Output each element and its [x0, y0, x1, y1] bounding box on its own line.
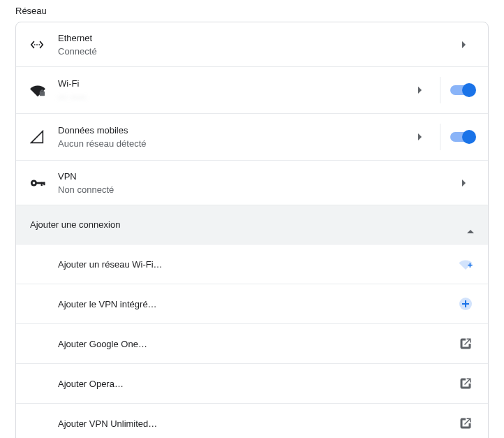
- svg-rect-5: [41, 182, 43, 186]
- svg-rect-10: [462, 303, 469, 305]
- wifi-title: Wi-Fi: [58, 78, 409, 89]
- add-connection-header[interactable]: Ajouter une connexion: [16, 205, 488, 244]
- add-google-one-item[interactable]: Ajouter Google One…: [16, 324, 488, 364]
- add-builtin-vpn-label: Ajouter le VPN intégré…: [58, 299, 457, 309]
- mobile-title: Données mobiles: [58, 125, 409, 136]
- wifi-lock-icon: [30, 83, 58, 97]
- vpn-key-icon: [30, 179, 58, 187]
- wifi-row[interactable]: Wi-Fi ··· ·····: [16, 67, 488, 114]
- signal-icon: [30, 130, 58, 144]
- chevron-right-icon: [453, 180, 474, 187]
- ethernet-row[interactable]: Ethernet Connecté: [16, 22, 488, 67]
- add-vpn-unlimited-item[interactable]: Ajouter VPN Unlimited…: [16, 404, 488, 438]
- chevron-right-icon: [409, 133, 430, 140]
- vpn-title: VPN: [58, 171, 453, 182]
- ethernet-icon: [30, 38, 58, 52]
- wifi-toggle[interactable]: [450, 85, 474, 95]
- mobile-subtitle: Aucun réseau détecté: [58, 138, 409, 149]
- add-google-one-label: Ajouter Google One…: [58, 339, 457, 349]
- add-connection-label: Ajouter une connexion: [30, 219, 120, 230]
- chevron-up-icon: [467, 219, 474, 230]
- svg-rect-8: [470, 263, 471, 267]
- chevron-right-icon: [409, 87, 430, 94]
- external-link-icon: [457, 415, 474, 432]
- add-opera-label: Ajouter Opera…: [58, 379, 457, 389]
- mobile-toggle[interactable]: [450, 132, 474, 142]
- wifi-add-icon: [457, 256, 474, 272]
- ethernet-title: Ethernet: [58, 33, 453, 43]
- svg-point-3: [33, 182, 36, 184]
- add-wifi-label: Ajouter un réseau Wi-Fi…: [58, 259, 457, 270]
- ethernet-subtitle: Connecté: [58, 46, 453, 57]
- svg-rect-6: [43, 182, 45, 185]
- vpn-subtitle: Non connecté: [58, 184, 453, 195]
- add-builtin-vpn-item[interactable]: Ajouter le VPN intégré…: [16, 284, 488, 324]
- network-card: Ethernet Connecté Wi-Fi ··· ····· Donnée…: [15, 22, 489, 438]
- divider: [440, 77, 440, 103]
- mobile-data-row[interactable]: Données mobiles Aucun réseau détecté: [16, 114, 488, 161]
- vpn-row[interactable]: VPN Non connecté: [16, 161, 488, 205]
- divider: [440, 124, 440, 150]
- wifi-subtitle: ··· ·····: [58, 92, 409, 102]
- add-vpn-unlimited-label: Ajouter VPN Unlimited…: [58, 418, 457, 429]
- add-wifi-item[interactable]: Ajouter un réseau Wi-Fi…: [16, 244, 488, 284]
- external-link-icon: [457, 335, 474, 352]
- add-opera-item[interactable]: Ajouter Opera…: [16, 364, 488, 404]
- chevron-right-icon: [453, 41, 474, 48]
- section-title: Réseau: [0, 0, 504, 22]
- external-link-icon: [457, 375, 474, 392]
- plus-circle-icon: [457, 295, 474, 312]
- svg-rect-0: [40, 92, 45, 96]
